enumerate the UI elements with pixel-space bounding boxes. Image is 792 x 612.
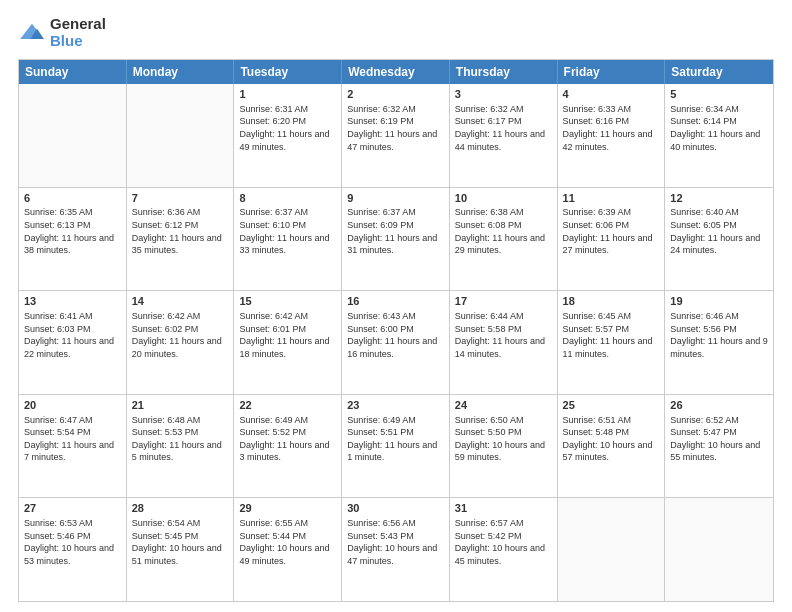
cell-content: Sunrise: 6:46 AM Sunset: 5:56 PM Dayligh…	[670, 310, 768, 360]
header: General Blue	[18, 16, 774, 49]
calendar-row-3: 13Sunrise: 6:41 AM Sunset: 6:03 PM Dayli…	[19, 290, 773, 394]
cell-content: Sunrise: 6:48 AM Sunset: 5:53 PM Dayligh…	[132, 414, 229, 464]
cell-content: Sunrise: 6:45 AM Sunset: 5:57 PM Dayligh…	[563, 310, 660, 360]
cell-content: Sunrise: 6:53 AM Sunset: 5:46 PM Dayligh…	[24, 517, 121, 567]
day-number: 6	[24, 191, 121, 206]
logo-icon	[18, 22, 46, 44]
day-number: 31	[455, 501, 552, 516]
calendar-row-5: 27Sunrise: 6:53 AM Sunset: 5:46 PM Dayli…	[19, 497, 773, 601]
logo: General Blue	[18, 16, 106, 49]
calendar-cell-30: 30Sunrise: 6:56 AM Sunset: 5:43 PM Dayli…	[342, 498, 450, 601]
day-number: 2	[347, 87, 444, 102]
cell-content: Sunrise: 6:31 AM Sunset: 6:20 PM Dayligh…	[239, 103, 336, 153]
calendar-cell-1: 1Sunrise: 6:31 AM Sunset: 6:20 PM Daylig…	[234, 84, 342, 187]
cell-content: Sunrise: 6:36 AM Sunset: 6:12 PM Dayligh…	[132, 206, 229, 256]
calendar-cell-7: 7Sunrise: 6:36 AM Sunset: 6:12 PM Daylig…	[127, 188, 235, 291]
calendar-cell-24: 24Sunrise: 6:50 AM Sunset: 5:50 PM Dayli…	[450, 395, 558, 498]
calendar-cell-3: 3Sunrise: 6:32 AM Sunset: 6:17 PM Daylig…	[450, 84, 558, 187]
day-number: 20	[24, 398, 121, 413]
day-number: 19	[670, 294, 768, 309]
day-number: 11	[563, 191, 660, 206]
cell-content: Sunrise: 6:56 AM Sunset: 5:43 PM Dayligh…	[347, 517, 444, 567]
header-cell-friday: Friday	[558, 60, 666, 84]
cell-content: Sunrise: 6:50 AM Sunset: 5:50 PM Dayligh…	[455, 414, 552, 464]
calendar-cell-6: 6Sunrise: 6:35 AM Sunset: 6:13 PM Daylig…	[19, 188, 127, 291]
header-cell-thursday: Thursday	[450, 60, 558, 84]
day-number: 16	[347, 294, 444, 309]
cell-content: Sunrise: 6:49 AM Sunset: 5:52 PM Dayligh…	[239, 414, 336, 464]
calendar-cell-18: 18Sunrise: 6:45 AM Sunset: 5:57 PM Dayli…	[558, 291, 666, 394]
logo-text: General Blue	[50, 16, 106, 49]
calendar-cell-4: 4Sunrise: 6:33 AM Sunset: 6:16 PM Daylig…	[558, 84, 666, 187]
calendar-cell-2: 2Sunrise: 6:32 AM Sunset: 6:19 PM Daylig…	[342, 84, 450, 187]
cell-content: Sunrise: 6:37 AM Sunset: 6:09 PM Dayligh…	[347, 206, 444, 256]
calendar-cell-16: 16Sunrise: 6:43 AM Sunset: 6:00 PM Dayli…	[342, 291, 450, 394]
day-number: 25	[563, 398, 660, 413]
day-number: 24	[455, 398, 552, 413]
calendar-cell-empty	[127, 84, 235, 187]
calendar-header: SundayMondayTuesdayWednesdayThursdayFrid…	[19, 60, 773, 84]
day-number: 5	[670, 87, 768, 102]
calendar-cell-13: 13Sunrise: 6:41 AM Sunset: 6:03 PM Dayli…	[19, 291, 127, 394]
day-number: 27	[24, 501, 121, 516]
day-number: 17	[455, 294, 552, 309]
day-number: 21	[132, 398, 229, 413]
calendar-cell-22: 22Sunrise: 6:49 AM Sunset: 5:52 PM Dayli…	[234, 395, 342, 498]
day-number: 12	[670, 191, 768, 206]
cell-content: Sunrise: 6:41 AM Sunset: 6:03 PM Dayligh…	[24, 310, 121, 360]
day-number: 26	[670, 398, 768, 413]
day-number: 23	[347, 398, 444, 413]
day-number: 22	[239, 398, 336, 413]
cell-content: Sunrise: 6:57 AM Sunset: 5:42 PM Dayligh…	[455, 517, 552, 567]
calendar-cell-31: 31Sunrise: 6:57 AM Sunset: 5:42 PM Dayli…	[450, 498, 558, 601]
header-cell-tuesday: Tuesday	[234, 60, 342, 84]
calendar-cell-empty	[19, 84, 127, 187]
calendar-row-4: 20Sunrise: 6:47 AM Sunset: 5:54 PM Dayli…	[19, 394, 773, 498]
header-cell-sunday: Sunday	[19, 60, 127, 84]
calendar-cell-empty	[665, 498, 773, 601]
cell-content: Sunrise: 6:52 AM Sunset: 5:47 PM Dayligh…	[670, 414, 768, 464]
calendar-cell-20: 20Sunrise: 6:47 AM Sunset: 5:54 PM Dayli…	[19, 395, 127, 498]
calendar-cell-17: 17Sunrise: 6:44 AM Sunset: 5:58 PM Dayli…	[450, 291, 558, 394]
calendar-cell-21: 21Sunrise: 6:48 AM Sunset: 5:53 PM Dayli…	[127, 395, 235, 498]
cell-content: Sunrise: 6:54 AM Sunset: 5:45 PM Dayligh…	[132, 517, 229, 567]
cell-content: Sunrise: 6:42 AM Sunset: 6:02 PM Dayligh…	[132, 310, 229, 360]
calendar: SundayMondayTuesdayWednesdayThursdayFrid…	[18, 59, 774, 602]
cell-content: Sunrise: 6:51 AM Sunset: 5:48 PM Dayligh…	[563, 414, 660, 464]
calendar-cell-empty	[558, 498, 666, 601]
calendar-cell-8: 8Sunrise: 6:37 AM Sunset: 6:10 PM Daylig…	[234, 188, 342, 291]
day-number: 1	[239, 87, 336, 102]
day-number: 9	[347, 191, 444, 206]
cell-content: Sunrise: 6:39 AM Sunset: 6:06 PM Dayligh…	[563, 206, 660, 256]
cell-content: Sunrise: 6:32 AM Sunset: 6:17 PM Dayligh…	[455, 103, 552, 153]
cell-content: Sunrise: 6:38 AM Sunset: 6:08 PM Dayligh…	[455, 206, 552, 256]
cell-content: Sunrise: 6:40 AM Sunset: 6:05 PM Dayligh…	[670, 206, 768, 256]
calendar-cell-15: 15Sunrise: 6:42 AM Sunset: 6:01 PM Dayli…	[234, 291, 342, 394]
cell-content: Sunrise: 6:47 AM Sunset: 5:54 PM Dayligh…	[24, 414, 121, 464]
calendar-cell-28: 28Sunrise: 6:54 AM Sunset: 5:45 PM Dayli…	[127, 498, 235, 601]
cell-content: Sunrise: 6:42 AM Sunset: 6:01 PM Dayligh…	[239, 310, 336, 360]
day-number: 30	[347, 501, 444, 516]
day-number: 8	[239, 191, 336, 206]
calendar-cell-9: 9Sunrise: 6:37 AM Sunset: 6:09 PM Daylig…	[342, 188, 450, 291]
calendar-cell-26: 26Sunrise: 6:52 AM Sunset: 5:47 PM Dayli…	[665, 395, 773, 498]
cell-content: Sunrise: 6:34 AM Sunset: 6:14 PM Dayligh…	[670, 103, 768, 153]
calendar-cell-10: 10Sunrise: 6:38 AM Sunset: 6:08 PM Dayli…	[450, 188, 558, 291]
day-number: 15	[239, 294, 336, 309]
cell-content: Sunrise: 6:49 AM Sunset: 5:51 PM Dayligh…	[347, 414, 444, 464]
calendar-cell-29: 29Sunrise: 6:55 AM Sunset: 5:44 PM Dayli…	[234, 498, 342, 601]
calendar-cell-23: 23Sunrise: 6:49 AM Sunset: 5:51 PM Dayli…	[342, 395, 450, 498]
day-number: 7	[132, 191, 229, 206]
cell-content: Sunrise: 6:32 AM Sunset: 6:19 PM Dayligh…	[347, 103, 444, 153]
header-cell-saturday: Saturday	[665, 60, 773, 84]
calendar-cell-11: 11Sunrise: 6:39 AM Sunset: 6:06 PM Dayli…	[558, 188, 666, 291]
day-number: 29	[239, 501, 336, 516]
day-number: 10	[455, 191, 552, 206]
day-number: 4	[563, 87, 660, 102]
calendar-cell-27: 27Sunrise: 6:53 AM Sunset: 5:46 PM Dayli…	[19, 498, 127, 601]
cell-content: Sunrise: 6:33 AM Sunset: 6:16 PM Dayligh…	[563, 103, 660, 153]
cell-content: Sunrise: 6:35 AM Sunset: 6:13 PM Dayligh…	[24, 206, 121, 256]
calendar-cell-5: 5Sunrise: 6:34 AM Sunset: 6:14 PM Daylig…	[665, 84, 773, 187]
day-number: 28	[132, 501, 229, 516]
header-cell-wednesday: Wednesday	[342, 60, 450, 84]
